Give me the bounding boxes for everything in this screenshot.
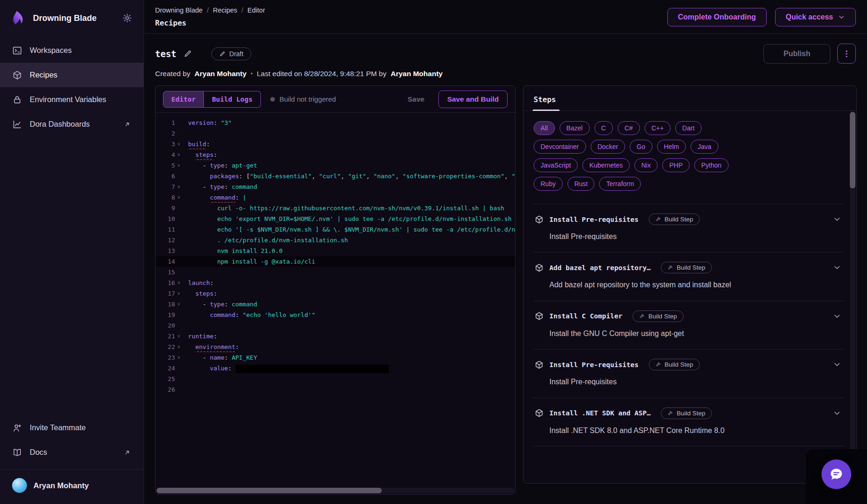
filter-pill-python[interactable]: Python: [694, 158, 729, 172]
recipe-title: test: [155, 49, 176, 59]
code-line-8[interactable]: 8∨ command: |: [156, 192, 515, 203]
filter-pill-ruby[interactable]: Ruby: [534, 177, 563, 191]
code-line-14[interactable]: 14 npm install -g @xata.io/cli: [156, 256, 515, 267]
edit-title-pencil-icon[interactable]: [183, 49, 192, 58]
fold-chevron-icon[interactable]: ∨: [175, 149, 183, 160]
user-menu[interactable]: Aryan Mohanty: [0, 469, 143, 504]
filter-pill-java[interactable]: Java: [691, 140, 718, 154]
filter-pill-all[interactable]: All: [534, 121, 555, 135]
filter-pill-helm[interactable]: Helm: [657, 140, 686, 154]
expand-chevron-icon[interactable]: [833, 263, 841, 272]
code-line-26[interactable]: 26: [156, 384, 515, 395]
filter-pill-kubernetes[interactable]: Kubernetes: [582, 158, 630, 172]
code-line-19[interactable]: 19 command: "echo 'hello world'": [156, 310, 515, 320]
filter-pill-javascript[interactable]: JavaScript: [534, 158, 578, 172]
chat-launcher-button[interactable]: [821, 459, 851, 489]
cube-icon: [12, 70, 22, 80]
expand-chevron-icon[interactable]: [833, 312, 841, 321]
code-line-12[interactable]: 12 . /etc/profile.d/nvm-installation.sh: [156, 235, 515, 246]
fold-chevron-icon[interactable]: ∨: [175, 342, 183, 352]
vertical-scrollbar-thumb[interactable]: [850, 112, 855, 188]
breadcrumb-item-drowning-blade[interactable]: Drowning Blade: [155, 6, 202, 14]
filter-pill-docker[interactable]: Docker: [591, 140, 625, 154]
code-line-1[interactable]: 1version: "3": [156, 117, 515, 128]
filter-pill-c[interactable]: C#: [618, 121, 640, 135]
code-line-15[interactable]: 15: [156, 267, 515, 278]
horizontal-scrollbar-thumb[interactable]: [156, 488, 382, 493]
step-card-2[interactable]: Add bazel apt repository…Build StepAdd b…: [534, 252, 844, 301]
step-card-1[interactable]: Install Pre-requisitesBuild StepInstall …: [534, 204, 844, 252]
fold-chevron-icon[interactable]: ∨: [175, 139, 183, 149]
code-line-18[interactable]: 18∨ - type: command: [156, 299, 515, 310]
fold-chevron-icon[interactable]: ∨: [175, 299, 183, 310]
step-card-3[interactable]: Install C CompilerBuild StepInstall the …: [534, 301, 844, 349]
filter-pill-go[interactable]: Go: [630, 140, 652, 154]
code-line-25[interactable]: 25: [156, 374, 515, 384]
filter-pill-dart[interactable]: Dart: [675, 121, 701, 135]
code-line-5[interactable]: 5∨ - type: apt-get: [156, 160, 515, 171]
filter-pill-terraform[interactable]: Terraform: [599, 177, 641, 191]
tab-steps[interactable]: Steps: [534, 95, 556, 110]
sidebar-item-dora-dashboards[interactable]: Dora Dashboards: [0, 112, 143, 136]
filter-pill-rust[interactable]: Rust: [567, 177, 595, 191]
quick-access-button[interactable]: Quick access: [775, 8, 856, 26]
tab-editor[interactable]: Editor: [163, 91, 204, 108]
build-step-cube-icon: [535, 408, 544, 418]
code-line-21[interactable]: 21∨runtime:: [156, 331, 515, 342]
fold-chevron-icon[interactable]: ∨: [175, 160, 183, 171]
fold-chevron-icon[interactable]: ∨: [175, 192, 183, 203]
save-and-build-button[interactable]: Save and Build: [438, 90, 508, 108]
step-card-4[interactable]: Install Pre-requisitesBuild StepInstall …: [534, 349, 844, 398]
step-card-row: Install Pre-requisitesBuild Step: [535, 213, 841, 225]
filter-pill-devcontainer[interactable]: Devcontainer: [534, 140, 586, 154]
code-line-16[interactable]: 16∨launch:: [156, 278, 515, 288]
publish-button[interactable]: Publish: [763, 44, 830, 64]
settings-gear-icon[interactable]: [122, 13, 132, 23]
step-card-5[interactable]: Install .NET SDK and ASP…Build StepInsta…: [534, 398, 844, 446]
build-step-badge-label: Build Step: [665, 361, 693, 368]
fold-chevron-icon[interactable]: ∨: [175, 181, 183, 192]
code-line-20[interactable]: 20: [156, 320, 515, 331]
code-line-23[interactable]: 23∨ - name: API_KEY: [156, 352, 515, 363]
code-line-2[interactable]: 2: [156, 128, 515, 139]
code-line-9[interactable]: 9 curl -o- https://raw.githubusercontent…: [156, 203, 515, 213]
expand-chevron-icon[interactable]: [833, 360, 841, 369]
sidebar-item-recipes[interactable]: Recipes: [0, 63, 143, 87]
code-editor[interactable]: 1version: "3"23∨build:4∨ steps:5∨ - type…: [156, 113, 515, 494]
filter-pill-c[interactable]: C++: [645, 121, 671, 135]
save-button[interactable]: Save: [400, 91, 432, 107]
expand-chevron-icon[interactable]: [833, 215, 841, 224]
code-line-13[interactable]: 13 nvm install 21.0.0: [156, 246, 515, 256]
filter-pill-c[interactable]: C: [594, 121, 613, 135]
filter-pill-php[interactable]: PHP: [662, 158, 690, 172]
sidebar-item-invite-teammate[interactable]: Invite Teammate: [0, 415, 143, 440]
code-line-11[interactable]: 11 echo '[ -s $NVM_DIR/nvm.sh ] && \. $N…: [156, 224, 515, 235]
filter-pill-nix[interactable]: Nix: [634, 158, 658, 172]
sidebar-item-workspaces[interactable]: Workspaces: [0, 38, 143, 63]
code-line-4[interactable]: 4∨ steps:: [156, 149, 515, 160]
code-line-22[interactable]: 22∨ environment:: [156, 342, 515, 352]
complete-onboarding-button[interactable]: Complete Onboarding: [667, 8, 767, 26]
step-description: Install Pre-requisites: [549, 377, 754, 387]
expand-chevron-icon[interactable]: [833, 409, 841, 418]
code-line-10[interactable]: 10 echo 'export NVM_DIR=$HOME/.nvm' | su…: [156, 213, 515, 224]
fold-chevron-icon[interactable]: ∨: [175, 331, 183, 342]
breadcrumb-item-editor[interactable]: Editor: [248, 6, 265, 14]
sidebar-item-docs[interactable]: Docs: [0, 440, 143, 465]
fold-chevron-icon[interactable]: ∨: [175, 352, 183, 363]
code-line-24[interactable]: 24 value:: [156, 363, 515, 374]
tab-build-logs[interactable]: Build Logs: [204, 91, 261, 108]
fold-chevron-icon[interactable]: ∨: [175, 278, 183, 288]
code-line-3[interactable]: 3∨build:: [156, 139, 515, 149]
code-line-17[interactable]: 17∨ steps:: [156, 288, 515, 299]
vertical-scrollbar[interactable]: [850, 112, 855, 482]
code-line-7[interactable]: 7∨ - type: command: [156, 181, 515, 192]
horizontal-scrollbar[interactable]: [156, 488, 514, 493]
kebab-menu-button[interactable]: [837, 44, 856, 64]
build-step-badge: Build Step: [649, 213, 700, 225]
fold-chevron-icon[interactable]: ∨: [175, 288, 183, 299]
sidebar-item-environment-variables[interactable]: Environment Variables: [0, 87, 143, 112]
code-line-6[interactable]: 6 packages: ["build-essential", "curl", …: [156, 171, 515, 181]
breadcrumb-item-recipes[interactable]: Recipes: [213, 6, 237, 14]
filter-pill-bazel[interactable]: Bazel: [560, 121, 590, 135]
